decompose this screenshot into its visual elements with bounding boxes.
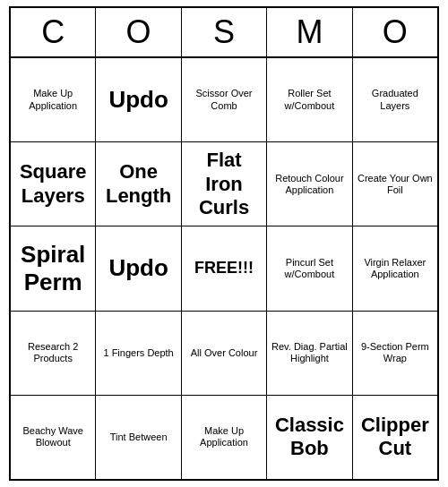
cell-r2-c0: Spiral Perm: [11, 226, 96, 310]
header-row: COSMO: [11, 8, 437, 58]
cell-r4-c1: Tint Between: [96, 396, 181, 479]
cell-r0-c3: Roller Set w/Combout: [267, 58, 352, 141]
header-letter-c: C: [11, 8, 96, 56]
cell-r0-c2: Scissor Over Comb: [182, 58, 267, 141]
grid-row-3: Research 2 Products1 Fingers DepthAll Ov…: [11, 312, 437, 396]
cell-r0-c4: Graduated Layers: [353, 58, 437, 141]
cell-r3-c2: All Over Colour: [182, 312, 267, 395]
cell-r0-c1: Updo: [96, 58, 181, 141]
cell-r1-c1: One Length: [96, 142, 181, 226]
grid-row-1: Square LayersOne LengthFlat Iron CurlsRe…: [11, 142, 437, 226]
cell-r3-c3: Rev. Diag. Partial Highlight: [267, 312, 352, 395]
cell-r4-c0: Beachy Wave Blowout: [11, 396, 96, 479]
cell-r2-c4: Virgin Relaxer Application: [353, 226, 437, 310]
cell-r3-c0: Research 2 Products: [11, 312, 96, 395]
cell-r0-c0: Make Up Application: [11, 58, 96, 141]
cell-r1-c0: Square Layers: [11, 142, 96, 226]
grid-row-4: Beachy Wave BlowoutTint BetweenMake Up A…: [11, 396, 437, 479]
bingo-card: COSMO Make Up ApplicationUpdoScissor Ove…: [9, 6, 439, 481]
header-letter-o: O: [96, 8, 181, 56]
cell-r2-c1: Updo: [96, 226, 181, 310]
header-letter-s: S: [182, 8, 267, 56]
cell-r4-c4: Clipper Cut: [353, 396, 437, 479]
header-letter-o: O: [353, 8, 437, 56]
grid-row-2: Spiral PermUpdoFREE!!!Pincurl Set w/Comb…: [11, 226, 437, 311]
cell-r1-c2: Flat Iron Curls: [182, 142, 267, 226]
header-letter-m: M: [267, 8, 352, 56]
cell-r3-c4: 9-Section Perm Wrap: [353, 312, 437, 395]
cell-r2-c2: FREE!!!: [182, 226, 267, 310]
cell-r1-c4: Create Your Own Foil: [353, 142, 437, 226]
cell-r4-c3: Classic Bob: [267, 396, 352, 479]
cell-r4-c2: Make Up Application: [182, 396, 267, 479]
bingo-grid: Make Up ApplicationUpdoScissor Over Comb…: [11, 58, 437, 479]
cell-r1-c3: Retouch Colour Application: [267, 142, 352, 226]
cell-r2-c3: Pincurl Set w/Combout: [267, 226, 352, 310]
grid-row-0: Make Up ApplicationUpdoScissor Over Comb…: [11, 58, 437, 142]
cell-r3-c1: 1 Fingers Depth: [96, 312, 181, 395]
